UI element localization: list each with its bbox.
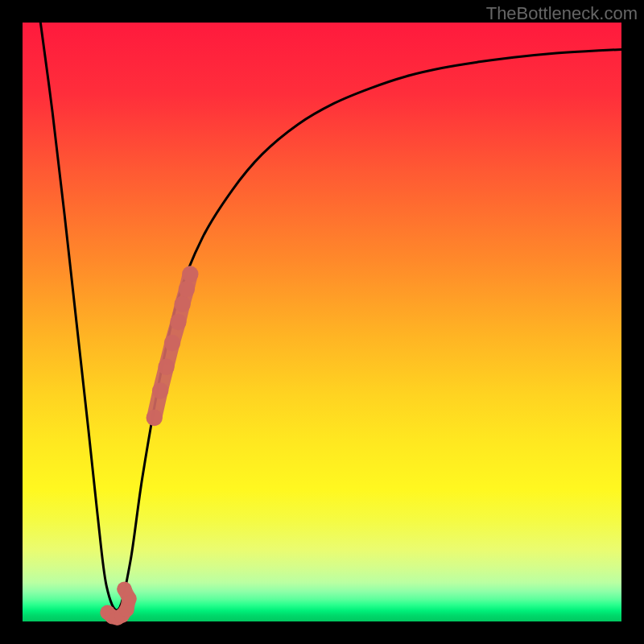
curve-svg	[0, 0, 644, 644]
right-branch-accent-dot	[170, 314, 186, 330]
right-branch-accent-dot	[179, 281, 195, 297]
bottleneck-curve	[40, 23, 621, 610]
right-branch-accent-dot	[174, 295, 190, 312]
valley-accent-dot	[117, 581, 132, 597]
chart-frame: TheBottleneck.com	[0, 0, 644, 644]
right-branch-accent-dot	[152, 382, 168, 398]
right-branch-accent-dot	[158, 359, 174, 375]
right-branch-accent-dot	[164, 335, 180, 351]
right-branch-accent-dot	[182, 266, 198, 282]
right-branch-accent-dot	[146, 410, 162, 426]
